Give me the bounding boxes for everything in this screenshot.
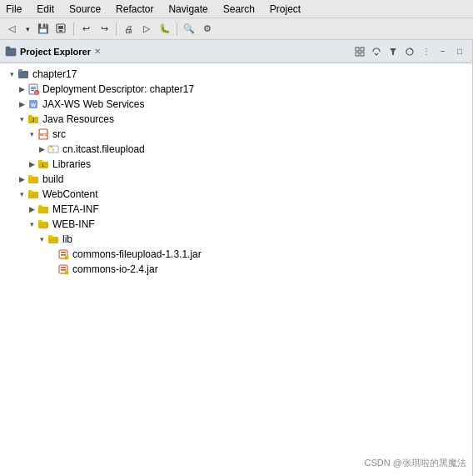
label-fileupload-jar: commons-fileupload-1.3.1.jar (72, 248, 202, 260)
menu-file[interactable]: File (3, 3, 24, 16)
maximize-button[interactable]: □ (452, 44, 467, 59)
label-chapter17: chapter17 (32, 68, 77, 80)
explorer-panel: Project Explorer ✕ (0, 40, 473, 476)
panel-title: Project Explorer (20, 47, 91, 57)
toolbar-sep2 (116, 23, 117, 36)
panel-close-badge: ✕ (94, 47, 101, 56)
expand-jaxws[interactable]: ▶ (17, 99, 27, 109)
label-jaxws: JAX-WS Web Services (42, 98, 144, 110)
svg-point-49 (65, 271, 69, 275)
svg-rect-43 (61, 252, 66, 253)
svg-rect-33 (28, 175, 32, 178)
minimize-button[interactable]: − (436, 44, 451, 59)
tree-item-java-resources[interactable]: ▾ J Java Resources (0, 112, 472, 127)
menu-navigate[interactable]: Navigate (166, 3, 210, 16)
menu-search[interactable]: Search (221, 3, 257, 16)
label-web-inf: WEB-INF (52, 218, 95, 230)
expand-java-resources[interactable]: ▾ (17, 114, 27, 124)
tree-item-deployment[interactable]: ▶ D Deployment Descriptor: chapter17 (0, 82, 472, 97)
svg-rect-36 (38, 207, 48, 213)
tree-item-io-jar[interactable]: commons-io-2.4.jar (0, 262, 472, 277)
descriptor-icon: D (27, 83, 40, 96)
toolbar-sep3 (177, 23, 177, 36)
svg-rect-32 (28, 177, 38, 183)
label-libraries: Libraries (52, 158, 91, 170)
lib-folder-icon (47, 233, 60, 246)
menu-edit[interactable]: Edit (34, 3, 57, 16)
expand-cn-itcast[interactable]: ▶ (37, 144, 47, 154)
panel-header: Project Explorer ✕ (0, 40, 472, 63)
tree-item-web-inf[interactable]: ▾ WEB-INF (0, 217, 472, 232)
filter-button[interactable] (386, 44, 401, 59)
svg-rect-39 (38, 220, 42, 223)
expand-build[interactable]: ▶ (17, 174, 27, 184)
expand-meta-inf[interactable]: ▶ (27, 204, 37, 214)
tree-item-chapter17[interactable]: ▾ chapter17 (0, 67, 472, 82)
tree-item-jaxws[interactable]: ▶ W JAX-WS Web Services (0, 97, 472, 112)
svg-rect-5 (356, 48, 359, 51)
svg-rect-12 (18, 69, 22, 72)
toolbar-settings[interactable]: ⚙ (199, 21, 216, 38)
label-lib: lib (62, 233, 72, 245)
svg-rect-6 (361, 48, 364, 51)
sync-button[interactable] (402, 44, 417, 59)
toolbar-save-all[interactable] (53, 21, 70, 38)
svg-rect-41 (48, 235, 52, 238)
expand-lib[interactable]: ▾ (37, 234, 47, 244)
toolbar-redo[interactable]: ↪ (96, 21, 112, 38)
toolbar-back-dropdown[interactable]: ▾ (22, 21, 33, 38)
expand-chapter17[interactable]: ▾ (7, 69, 17, 79)
project-icon (17, 68, 30, 81)
jar-fileupload-icon (57, 248, 70, 261)
main-content: Project Explorer ✕ (0, 40, 473, 476)
toolbar-undo[interactable]: ↩ (77, 21, 94, 38)
tree-item-fileupload-jar[interactable]: commons-fileupload-1.3.1.jar (0, 247, 472, 262)
svg-rect-15 (31, 88, 36, 89)
label-build: build (42, 173, 63, 185)
tree-item-build[interactable]: ▶ build (0, 172, 472, 187)
toolbar-search[interactable]: 🔍 (181, 21, 197, 38)
svg-rect-7 (356, 53, 359, 56)
label-webcontent: WebContent (42, 188, 98, 200)
svg-text:W: W (31, 103, 36, 108)
menu-project[interactable]: Project (267, 3, 303, 16)
java-resources-icon: J (27, 113, 40, 126)
label-meta-inf: META-INF (52, 203, 99, 215)
svg-rect-2 (59, 30, 62, 32)
svg-text:L: L (42, 163, 44, 168)
svg-rect-40 (48, 237, 58, 243)
tree-item-cn-itcast[interactable]: ▶ # cn.itcast.fileupload (0, 142, 472, 157)
tree-item-meta-inf[interactable]: ▶ META-INF (0, 202, 472, 217)
tree-item-src[interactable]: ▾ src src (0, 127, 472, 142)
expand-webcontent[interactable]: ▾ (17, 189, 27, 199)
expand-deployment[interactable]: ▶ (17, 84, 27, 94)
link-editor-button[interactable] (369, 44, 384, 59)
menu-refactor[interactable]: Refactor (113, 3, 156, 16)
toolbar-debug[interactable]: 🐛 (157, 21, 173, 38)
label-cn-itcast: cn.itcast.fileupload (62, 143, 145, 155)
svg-rect-48 (61, 269, 66, 271)
label-src: src (52, 128, 66, 140)
svg-marker-9 (390, 48, 396, 55)
libraries-icon: L (37, 158, 50, 171)
toolbar-print[interactable]: 🖨 (120, 21, 137, 38)
view-menu-button[interactable]: ⋮ (419, 44, 434, 59)
tree-item-lib[interactable]: ▾ lib (0, 232, 472, 247)
expand-web-inf[interactable]: ▾ (27, 219, 37, 229)
expand-src[interactable]: ▾ (27, 129, 37, 139)
svg-rect-8 (361, 53, 364, 56)
label-deployment: Deployment Descriptor: chapter17 (42, 83, 194, 95)
svg-rect-11 (18, 71, 28, 78)
tree-item-libraries[interactable]: ▶ L Libraries (0, 157, 472, 172)
toolbar-sep1 (73, 23, 74, 36)
menu-source[interactable]: Source (67, 3, 103, 16)
svg-rect-3 (6, 48, 16, 56)
collapse-all-button[interactable] (352, 44, 367, 59)
toolbar-save[interactable]: 💾 (35, 21, 52, 38)
toolbar-run[interactable]: ▷ (138, 21, 155, 38)
toolbar-back[interactable]: ◁ (3, 21, 20, 38)
expand-libraries[interactable]: ▶ (27, 159, 37, 169)
explorer-icon (5, 46, 17, 58)
tree-item-webcontent[interactable]: ▾ WebContent (0, 187, 472, 202)
svg-rect-14 (31, 87, 36, 88)
